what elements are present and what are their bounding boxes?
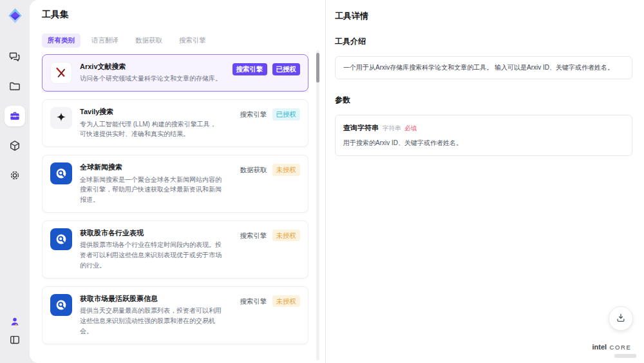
tool-text: 获取股市各行业表现 提供股票市场各个行业在特定时间段内的表现。投资者可以利用这些…: [80, 228, 222, 271]
category-tab[interactable]: 所有类别: [42, 34, 80, 48]
intel-core-logo: intel CORE: [587, 340, 636, 358]
tool-intro-text: 一个用于从Arxiv存储库搜索科学论文和文章的工具。 输入可以是Arxiv ID…: [335, 56, 632, 79]
tab-label: 语言翻译: [91, 36, 118, 44]
auth-badge: 未授权: [272, 295, 301, 308]
arxiv-icon: [50, 62, 72, 84]
tool-text: 获取市场最活跃股票信息 提供当天交易量最高的股票列表，投资者可以利用这些信息来识…: [80, 294, 222, 337]
category-tag: 搜索引擎: [240, 295, 267, 308]
download-button[interactable]: [609, 306, 633, 331]
folder-icon[interactable]: [8, 80, 21, 93]
required-badge: 必填: [405, 124, 417, 133]
parameter-card: 查询字符串 字符串 必填 用于搜索的Arxiv ID、关键字或作者姓名。: [335, 115, 632, 156]
tool-text: Arxiv文献搜索 访问各个研究领域大量科学论文和文章的存储库。: [80, 62, 222, 84]
intel-wordmark: intel: [592, 343, 607, 351]
tool-description: 全球新闻搜索是一个聚合全球各大新闻网站内容的搜索引擎，帮助用户快速获取全球最新资…: [80, 175, 222, 205]
gear-icon[interactable]: [8, 169, 21, 182]
tool-tags: 数据获取 未授权: [228, 164, 300, 176]
tool-tags: 搜索引擎 已授权: [228, 108, 300, 121]
toolbox-icon[interactable]: [5, 106, 25, 126]
scrollbar-track[interactable]: [316, 50, 319, 360]
params-heading: 参数: [335, 95, 632, 106]
tool-card[interactable]: 获取股市各行业表现 提供股票市场各个行业在特定时间段内的表现。投资者可以利用这些…: [42, 221, 308, 279]
category-tag: 数据获取: [240, 164, 267, 176]
parameter-type: 字符串: [383, 124, 401, 133]
tool-description: 提供当天交易量最高的股票列表，投资者可以利用这些信息来识别流动性强的股票和潜在的…: [80, 306, 222, 336]
auth-badge: 已授权: [272, 63, 301, 75]
sidebar: [0, 0, 30, 363]
category-tab[interactable]: 语言翻译: [86, 34, 124, 48]
core-wordmark: CORE: [610, 344, 632, 351]
cube-icon[interactable]: [8, 139, 21, 152]
tool-tags: 搜索引擎 未授权: [228, 230, 300, 242]
tool-text: Tavily搜索 专为人工智能代理 (LLM) 构建的搜索引擎工具，可快速提供实…: [80, 107, 222, 139]
category-tag: 搜索引擎: [240, 230, 267, 242]
tool-name: 获取股市各行业表现: [80, 228, 222, 238]
tool-description: 提供股票市场各个行业在特定时间段内的表现。投资者可以利用这些信息来识别表现优于或…: [80, 240, 222, 270]
auth-badge: 未授权: [272, 230, 301, 242]
tool-text: 全球新闻搜索 全球新闻搜索是一个聚合全球各大新闻网站内容的搜索引擎，帮助用户快速…: [80, 162, 222, 205]
main-panel: 工具集 所有类别语言翻译数据获取搜索引擎 Arxiv文献搜索 访问各个研究领域大…: [30, 0, 644, 363]
tool-card[interactable]: 全球新闻搜索 全球新闻搜索是一个聚合全球各大新闻网站内容的搜索引擎，帮助用户快速…: [42, 155, 308, 213]
sidebar-nav: [5, 50, 25, 182]
sparkle-icon: [50, 107, 72, 129]
auth-badge: 未授权: [272, 164, 301, 176]
category-tag: 搜索引擎: [240, 108, 267, 121]
tool-name: Arxiv文献搜索: [80, 62, 222, 72]
tool-list: Arxiv文献搜索 访问各个研究领域大量科学论文和文章的存储库。 搜索引擎 已授…: [42, 54, 308, 351]
blue-search-icon: [50, 228, 72, 250]
chat-icon[interactable]: [8, 50, 21, 63]
category-tab[interactable]: 数据获取: [129, 34, 168, 48]
auth-badge: 已授权: [272, 108, 301, 121]
tab-label: 数据获取: [135, 36, 162, 44]
app-logo: [6, 7, 24, 25]
parameter-description: 用于搜索的Arxiv ID、关键字或作者姓名。: [343, 138, 624, 148]
intro-heading: 工具介绍: [335, 36, 632, 47]
download-icon: [615, 312, 627, 326]
tab-label: 所有类别: [48, 36, 75, 44]
blue-search-icon: [50, 294, 72, 316]
tool-description: 专为人工智能代理 (LLM) 构建的搜索引擎工具，可快速提供实时、准确和真实的结…: [80, 119, 222, 140]
panel-toggle-icon[interactable]: [8, 333, 21, 346]
tab-label: 搜索引擎: [179, 36, 206, 44]
scrollbar-thumb[interactable]: [316, 53, 319, 83]
parameter-name: 查询字符串: [343, 123, 379, 133]
tool-name: 全球新闻搜索: [80, 162, 222, 172]
brand-subtext: [614, 354, 636, 358]
tool-tags: 搜索引擎 未授权: [228, 295, 300, 308]
sidebar-bottom: [0, 315, 30, 346]
tool-card[interactable]: 获取市场最活跃股票信息 提供当天交易量最高的股票列表，投资者可以利用这些信息来识…: [42, 286, 308, 344]
category-tag: 搜索引擎: [232, 63, 267, 75]
category-tab[interactable]: 搜索引擎: [173, 34, 212, 48]
tool-card[interactable]: Arxiv文献搜索 访问各个研究领域大量科学论文和文章的存储库。 搜索引擎 已授…: [42, 54, 308, 92]
user-icon[interactable]: [8, 315, 21, 328]
tool-detail-pane: 工具详情 工具介绍 一个用于从Arxiv存储库搜索科学论文和文章的工具。 输入可…: [326, 0, 644, 363]
tool-list-pane: 工具集 所有类别语言翻译数据获取搜索引擎 Arxiv文献搜索 访问各个研究领域大…: [30, 0, 325, 363]
parameter-header: 查询字符串 字符串 必填: [343, 123, 624, 133]
tool-name: 获取市场最活跃股票信息: [80, 294, 222, 304]
page-title: 工具集: [42, 9, 308, 21]
tool-description: 访问各个研究领域大量科学论文和文章的存储库。: [80, 74, 222, 84]
tool-name: Tavily搜索: [80, 107, 222, 117]
blue-search-icon: [50, 162, 72, 184]
detail-title: 工具详情: [335, 10, 632, 22]
tool-tags: 搜索引擎 已授权: [228, 63, 300, 75]
tool-card[interactable]: Tavily搜索 专为人工智能代理 (LLM) 构建的搜索引擎工具，可快速提供实…: [42, 99, 308, 147]
category-tabs: 所有类别语言翻译数据获取搜索引擎: [42, 34, 308, 48]
